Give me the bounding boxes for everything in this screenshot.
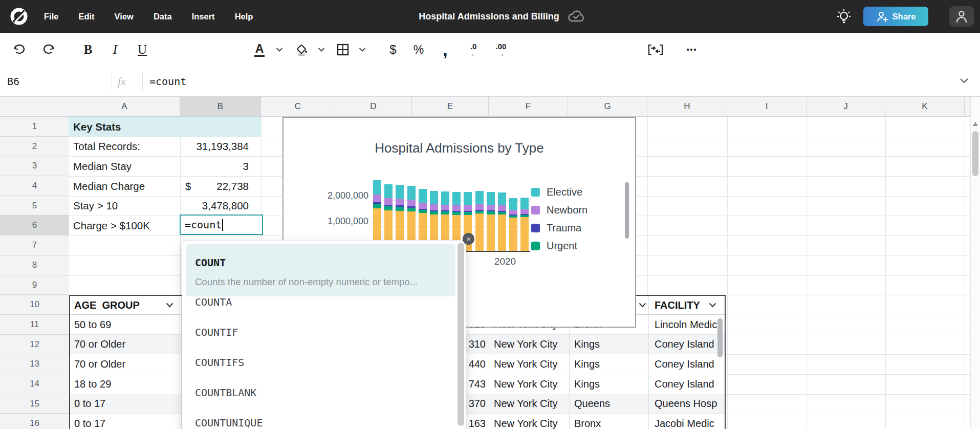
cell-a1[interactable]: Key Stats [73,117,178,137]
cell-a4[interactable]: Median Charge [73,176,178,196]
text-color-button[interactable]: A [254,33,265,67]
legend-item-newborn[interactable]: Newborn [531,204,587,216]
row-header-15[interactable]: 15 [0,394,69,414]
more-options-button[interactable]: ••• [687,33,698,67]
facility-cell[interactable]: Queens Hosp [655,394,725,413]
sheet-scrollbar-thumb[interactable] [972,131,978,176]
currency-format-button[interactable]: $ [389,33,396,67]
cell-a6[interactable]: Charge > $100K [73,216,178,235]
percent-format-button[interactable]: % [413,33,424,67]
row-header-5[interactable]: 5 [0,196,69,216]
row-header-10[interactable]: 10 [0,295,69,315]
cell-a5[interactable]: Stay > 10 [73,196,178,216]
facility-cell[interactable]: Coney Island [655,374,725,394]
row-header-2[interactable]: 2 [0,137,69,156]
autocomplete-item-countifs[interactable]: COUNTIFS [195,356,244,369]
redo-button[interactable] [42,33,55,67]
cell-b3[interactable]: 3 [180,156,255,176]
autocomplete-item-countblank[interactable]: COUNTBLANK [195,386,256,399]
column-header-k[interactable]: K [885,96,965,116]
editing-cell-b6[interactable]: =count [180,214,263,235]
row-header-3[interactable]: 3 [0,156,69,176]
legend-item-trauma[interactable]: Trauma [531,222,581,234]
row-header-11[interactable]: 11 [0,315,69,335]
column-header-e[interactable]: E [412,96,489,116]
legend-item-urgent[interactable]: Urgent [531,240,577,252]
cell-b2[interactable]: 31,193,384 [180,137,255,156]
column-header-g[interactable]: G [568,96,647,116]
county-sort-chevron-icon[interactable] [639,303,646,308]
spreadsheet-grid[interactable]: ABCDEFGHIJK 12345678910111213141516 Key … [0,96,980,429]
cell-a3[interactable]: Median Stay [73,156,178,176]
fill-color-button[interactable] [295,33,309,67]
city-cell[interactable]: New York City [494,374,569,394]
formula-input[interactable]: =count [149,67,186,96]
column-header-a[interactable]: A [69,96,180,116]
age-group-sort-chevron-icon[interactable] [166,303,173,308]
county-cell[interactable]: Bronx [574,414,646,429]
app-logo-icon[interactable] [9,7,29,26]
column-header-f[interactable]: F [489,96,568,116]
row-header-12[interactable]: 12 [0,335,69,354]
age-group-cell[interactable]: 70 or Older [74,354,177,374]
borders-button[interactable] [337,33,349,67]
row-header-8[interactable]: 8 [0,255,69,275]
city-cell[interactable]: New York City [494,414,569,429]
column-header-i[interactable]: I [727,96,807,116]
city-cell[interactable]: New York City [494,394,569,413]
city-cell[interactable]: New York City [494,335,569,354]
age-group-cell[interactable]: 0 to 17 [74,414,177,429]
age-group-cell[interactable]: 18 to 29 [74,374,177,394]
close-autocomplete-button[interactable]: × [463,233,474,245]
row-header-1[interactable]: 1 [0,117,69,137]
column-header-c[interactable]: C [261,96,335,116]
menu-item-edit[interactable]: Edit [78,12,94,22]
menu-item-view[interactable]: View [115,12,134,22]
autocomplete-item-countif[interactable]: COUNTIF [195,326,238,339]
format-converter-button[interactable] [648,33,663,67]
autocomplete-selected-item[interactable] [186,244,455,296]
increase-decimals-button[interactable]: .00→ [496,33,507,67]
cell-b5[interactable]: 3,478,800 [180,196,255,216]
menu-item-file[interactable]: File [44,12,58,22]
decrease-decimals-button[interactable]: .0← [470,33,477,67]
table-scrollbar-thumb[interactable] [717,318,723,357]
sheet-vertical-scrollbar[interactable] [970,96,980,429]
account-avatar-button[interactable] [949,6,974,27]
italic-button[interactable]: I [113,33,117,67]
row-header-13[interactable]: 13 [0,354,69,374]
column-header-d[interactable]: D [335,96,412,116]
age-group-column-header[interactable]: AGE_GROUP [74,296,140,314]
county-cell[interactable]: Kings [574,374,646,394]
menu-item-help[interactable]: Help [235,12,253,22]
age-group-cell[interactable]: 70 or Older [74,335,177,354]
legend-item-elective[interactable]: Elective [531,186,582,198]
column-header-j[interactable]: J [807,96,885,116]
row-header-9[interactable]: 9 [0,275,69,295]
undo-button[interactable] [13,33,26,67]
scroll-up-arrow-icon[interactable] [973,122,978,126]
county-cell[interactable]: Kings [574,335,646,354]
menu-item-data[interactable]: Data [154,12,172,22]
facility-cell[interactable]: Coney Island [655,335,725,354]
facility-cell[interactable]: Lincoln Medic [655,315,725,334]
row-header-4[interactable]: 4 [0,176,69,196]
legend-scrollbar-thumb[interactable] [625,182,629,239]
row-header-14[interactable]: 14 [0,374,69,394]
lightbulb-feedback-icon[interactable] [836,9,852,25]
row-header-16[interactable]: 16 [0,414,69,429]
text-color-dropdown[interactable] [276,33,283,67]
autocomplete-item-counta[interactable]: COUNTA [195,295,232,309]
share-button[interactable]: Share [863,7,928,26]
column-header-h[interactable]: H [647,96,727,116]
cell-b4[interactable]: 22,738 [180,176,255,196]
age-group-cell[interactable]: 50 to 69 [74,315,177,334]
cell-reference-box[interactable]: B6 [7,67,19,96]
underline-button[interactable]: U [138,33,147,67]
cell-a2[interactable]: Total Records: [73,137,178,156]
facility-cell[interactable]: Coney Island [655,354,725,374]
autocomplete-item-countunique[interactable]: COUNTUNIQUE [195,416,263,429]
autocomplete-scrollbar-thumb[interactable] [458,243,464,426]
facility-cell[interactable]: Jacobi Medic [655,414,725,429]
menu-item-insert[interactable]: Insert [192,12,215,22]
